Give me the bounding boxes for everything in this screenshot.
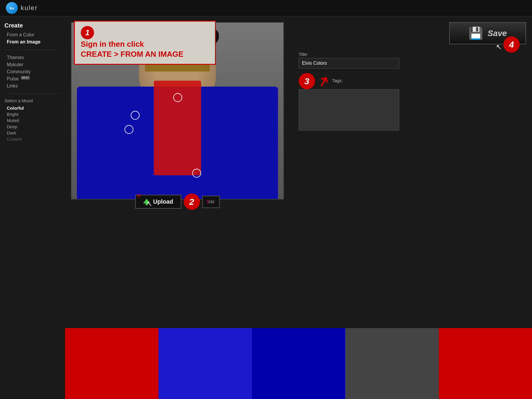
swatch-1[interactable]: [65, 328, 159, 399]
swatch-2[interactable]: [159, 328, 252, 399]
step4-badge: 4: [503, 36, 520, 53]
sidebar-item-from-image[interactable]: From an Image: [4, 38, 61, 46]
swatch-5[interactable]: [439, 328, 532, 399]
image-area: 1 Sign in then click CREATE > FROM AN IM…: [65, 16, 290, 328]
cursor-upload: ↖: [146, 200, 152, 208]
mood-section-title: Select a Mood: [4, 98, 61, 103]
create-section-title: Create: [4, 22, 61, 29]
app-title: kuler: [21, 4, 38, 12]
right-panel: 💾 Save ✳ ↖ 4 Title:: [290, 16, 532, 328]
mood-dark[interactable]: Dark: [4, 130, 61, 136]
sidebar-item-links[interactable]: Links: [4, 82, 61, 90]
mood-muted[interactable]: Muted: [4, 117, 61, 124]
mood-deep[interactable]: Deep: [4, 124, 61, 130]
color-palette-strip: [65, 328, 532, 399]
mood-custom[interactable]: Custom: [4, 136, 61, 142]
sidebar-item-themes[interactable]: Themes: [4, 54, 61, 61]
sidebar-divider-2: [4, 94, 61, 94]
color-picker-1[interactable]: [173, 93, 182, 102]
title-field-group: Title:: [299, 52, 523, 69]
step1-badge: 1: [81, 26, 94, 39]
sidebar-divider: [4, 50, 61, 50]
main-layout: Create From a Color From an Image Themes…: [0, 16, 532, 399]
arrow-to-title: ➜: [314, 72, 333, 90]
topbar: ku kuler: [0, 0, 532, 16]
save-label: Save: [488, 29, 507, 38]
flickr-button[interactable]: fckr: [202, 196, 220, 208]
color-picker-3[interactable]: [124, 125, 133, 134]
swatch-4[interactable]: [345, 328, 439, 399]
tags-input[interactable]: [299, 89, 399, 131]
tags-label-row: 3 ➜ Tags:: [299, 73, 523, 89]
sidebar-item-from-color[interactable]: From a Color: [4, 31, 61, 38]
sparkle-upload: ✳: [136, 192, 141, 200]
content-area: 1 Sign in then click CREATE > FROM AN IM…: [65, 16, 532, 399]
instruction-box: 1 Sign in then click CREATE > FROM AN IM…: [74, 21, 216, 65]
sidebar-item-mykuler[interactable]: Mykuler: [4, 61, 61, 68]
title-label: Title:: [299, 52, 523, 57]
upload-button[interactable]: Upload: [135, 195, 181, 209]
sidebar-item-community[interactable]: Community: [4, 68, 61, 75]
save-disk-icon: 💾: [468, 26, 483, 40]
upload-area: Upload 2 ✳ ↖ fckr: [71, 194, 284, 210]
beta-badge: BETA: [21, 76, 30, 80]
sidebar-item-pulse[interactable]: Pulse BETA: [4, 75, 61, 82]
mood-colorful[interactable]: Colorful: [4, 105, 61, 111]
app-logo[interactable]: ku: [6, 2, 18, 14]
tags-field-group: 3 ➜ Tags:: [299, 73, 523, 132]
tags-label: Tags:: [332, 78, 343, 83]
step3-badge: 3: [299, 73, 315, 89]
mood-bright[interactable]: Bright: [4, 111, 61, 117]
cursor-save: ↖: [496, 43, 502, 51]
sidebar: Create From a Color From an Image Themes…: [0, 16, 65, 399]
title-input[interactable]: [299, 58, 399, 69]
upload-label: Upload: [153, 198, 173, 205]
instruction-text: Sign in then click CREATE > FROM AN IMAG…: [81, 39, 209, 59]
top-content: 1 Sign in then click CREATE > FROM AN IM…: [65, 16, 532, 328]
step2-badge: 2: [184, 194, 200, 210]
save-button[interactable]: 💾 Save ✳ ↖ 4: [449, 22, 526, 44]
swatch-3[interactable]: [252, 328, 345, 399]
